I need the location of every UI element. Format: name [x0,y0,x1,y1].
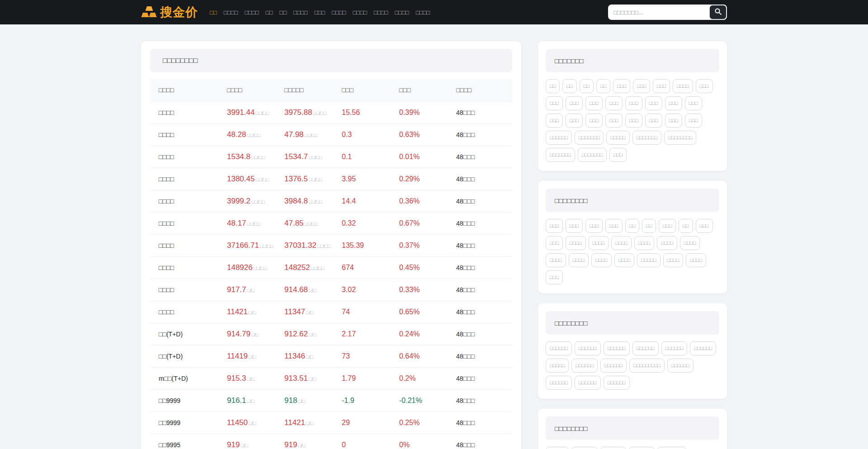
tag-link[interactable]: □□□□ [611,236,632,250]
tag-link[interactable]: □□□ [696,79,713,93]
tag-link[interactable]: □□□ [605,113,623,128]
search-input[interactable] [608,5,709,20]
tag-link[interactable]: □□□□□□□ [578,148,607,162]
tag-link[interactable]: □□□□□□ [546,131,572,145]
tag-link[interactable]: □□□ [609,148,627,162]
tag-link[interactable]: □□□□ [663,253,684,267]
tag-link[interactable]: □□□ [546,219,563,233]
nav-item[interactable]: □□□□ [395,9,409,16]
tag-link[interactable]: □□ [546,79,560,93]
tag-link[interactable]: □□ [679,219,693,233]
tag-link[interactable]: □□□□□□ [661,341,688,355]
tag-link[interactable]: □□□ [585,96,603,110]
tag-link[interactable]: 3□□□□□ [600,447,626,449]
tag-link[interactable]: □□□□ [546,253,566,267]
tag-link[interactable]: □□□□ [657,236,677,250]
tag-link[interactable]: □□□□ [614,253,635,267]
updated-value: 48□□□ [456,353,475,360]
search-button[interactable] [709,5,727,20]
tag-link[interactable]: □□□ [625,113,642,128]
price-cell: 37166.71□□/□□ [227,234,284,256]
tag-link[interactable]: □□□□□□ [546,376,572,390]
nav-item[interactable]: □□□□ [416,9,430,16]
table-row: □□999911450□/□11421□/□290.25%48□□□ [150,411,512,434]
tag-link[interactable]: □□□□□□ [571,359,598,373]
tag-link[interactable]: □□□ [645,113,662,128]
change-pct-cell: 0.24% [399,323,456,345]
tag-link[interactable]: □□□ [665,113,682,128]
site-logo[interactable]: 搜金价 [141,5,198,19]
tag-link[interactable]: □□□ [665,96,682,110]
tag-link[interactable]: □□□□□□□□□ [629,359,665,373]
tag-link[interactable]: □□□ [696,219,713,233]
tag-link[interactable]: □□□ [633,79,650,93]
prev-price-value: 1376.5 [284,175,308,183]
nav-item[interactable]: □□□□ [224,9,238,16]
tag-link[interactable]: □□□ [546,236,563,250]
nav-item[interactable]: □□□□ [353,9,367,16]
tag-link[interactable]: □□□□ [680,236,700,250]
tag-link[interactable]: □□□□□□ [575,376,601,390]
tag-link[interactable]: □□□□ [591,253,612,267]
tag-link[interactable]: □□□ [605,96,623,110]
tag-link[interactable]: □□□□□ [546,447,569,449]
tag-link[interactable]: 1□□□□□ [571,447,597,449]
tag-link[interactable]: □□□□□□ [600,359,627,373]
tag-link[interactable]: □□□ [546,96,563,110]
nav-item[interactable]: □□□□ [374,9,388,16]
nav-item[interactable]: □□□□ [332,9,346,16]
tag-link[interactable]: □□ [596,79,610,93]
tag-link[interactable]: □□□□ [569,253,589,267]
tag-link[interactable]: □□□□ [589,236,609,250]
tag-link[interactable]: □□□□□ [546,359,569,373]
nav-item[interactable]: □□□ [314,9,325,16]
tag-link[interactable]: □□□□□□ [690,341,716,355]
tag-link[interactable]: □□□□ [634,236,655,250]
tag-link[interactable]: □□ [580,79,594,93]
tag-link[interactable]: □□□ [566,113,583,128]
tag-link[interactable]: □□□ [546,270,563,284]
nav-item[interactable]: □□□□ [245,9,259,16]
tag-link[interactable]: □□□□□□ [604,341,630,355]
tag-link[interactable]: □□ [562,79,576,93]
tag-link[interactable]: □□□ [585,219,603,233]
nav-item[interactable]: □□ [210,9,217,16]
tag-link[interactable]: □□ [625,219,639,233]
price-value: 148926 [227,263,253,272]
tag-link[interactable]: 8□□□□□ [629,447,655,449]
prev-price-value: 3984.8 [284,197,308,205]
tag-link[interactable]: □□□□□ [637,253,660,267]
tag-link[interactable]: □□□ [645,96,662,110]
nav-item[interactable]: □□ [279,9,287,16]
tag-link[interactable]: □□□□□□□ [575,131,604,145]
prev-price-cell: 1376.5□□/□□ [284,168,342,190]
tag-link[interactable]: □□□□ [673,79,693,93]
tag-link[interactable]: □□□ [566,96,583,110]
tag-link[interactable]: □□□□□□ [604,376,630,390]
nav-item[interactable]: □□□□ [293,9,307,16]
tag-link[interactable]: □□□ [685,96,702,110]
tag-link[interactable]: □□□ [653,79,670,93]
tag-link[interactable]: □□□ [546,113,563,128]
tag-link[interactable]: □□ [642,219,656,233]
tag-link[interactable]: □□□□□□□ [632,131,662,145]
tag-link[interactable]: □□□□ [686,253,706,267]
tag-link[interactable]: □□□□ [566,236,586,250]
tag-link[interactable]: □□□ [659,219,676,233]
tag-link[interactable]: □□□ [585,113,603,128]
tag-link[interactable]: □□□□□□ [632,341,659,355]
tag-link[interactable]: □□□ [685,113,702,128]
tag-link[interactable]: □□□□□□ [546,341,572,355]
tag-link[interactable]: □□□ [625,96,642,110]
tag-link[interactable]: □□□□□ [606,131,629,145]
tag-link[interactable]: 15□□□□□ [657,447,686,449]
tag-link[interactable]: □□□ [605,219,623,233]
tag-link[interactable]: □□□ [613,79,630,93]
tag-link[interactable]: □□□ [566,219,583,233]
nav-item[interactable]: □□ [266,9,273,16]
tag-link[interactable]: □□□□□□□□ [664,131,696,145]
tag-link[interactable]: □□□□□□ [575,341,601,355]
tag-link[interactable]: □□□□□□□ [546,148,575,162]
change-value: 14.4 [342,197,356,205]
tag-link[interactable]: □□□□□□ [667,359,693,373]
